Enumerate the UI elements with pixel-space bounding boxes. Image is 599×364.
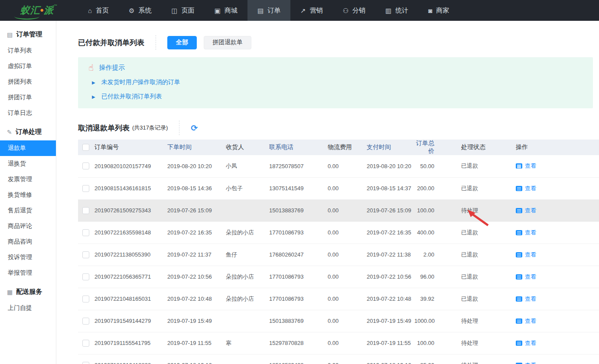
nav-item-营销[interactable]: ↗ 营销 bbox=[290, 0, 333, 21]
cell-consignee bbox=[223, 199, 267, 221]
row-checkbox[interactable] bbox=[82, 296, 89, 302]
cell-total: 200.00 bbox=[412, 177, 439, 199]
row-checkbox[interactable] bbox=[82, 318, 89, 325]
view-link[interactable]: 查看 bbox=[516, 207, 536, 214]
view-link[interactable]: 查看 bbox=[516, 229, 536, 237]
page-header: 已付款并取消单列表 全部拼团退款单 bbox=[78, 36, 599, 49]
row-checkbox-cell bbox=[78, 354, 92, 364]
row-checkbox[interactable] bbox=[82, 273, 89, 280]
sidebar-item-投诉管理[interactable]: 投诉管理 bbox=[0, 250, 56, 265]
sidebar-item-商品评论[interactable]: 商品评论 bbox=[0, 218, 56, 234]
cell-total: 96.00 bbox=[412, 266, 439, 288]
column-header-order_time[interactable]: 下单时间 bbox=[165, 140, 223, 155]
nav-item-首页[interactable]: ⌂ 首页 bbox=[78, 0, 119, 21]
view-link[interactable]: 查看 bbox=[516, 317, 536, 325]
record-count: (共317条记录) bbox=[132, 124, 168, 132]
triangle-bullet-icon: ▶ bbox=[92, 80, 95, 85]
column-header-phone[interactable]: 联系电话 bbox=[267, 140, 325, 155]
sidebar-item-订单日志[interactable]: 订单日志 bbox=[0, 105, 56, 121]
cell-order_time: 2019-07-22 11:37 bbox=[165, 244, 223, 266]
cell-action: 查看 bbox=[504, 199, 599, 221]
cell-consignee: 朵拉的小店 bbox=[223, 266, 267, 288]
view-link[interactable]: 查看 bbox=[516, 295, 536, 303]
cell-total: 39.92 bbox=[412, 288, 439, 310]
cell-status: 已退款 bbox=[439, 221, 504, 244]
detail-list-icon bbox=[516, 252, 522, 257]
cell-action: 查看 bbox=[504, 288, 599, 310]
cell-status: 已退款 bbox=[439, 177, 504, 199]
nav-item-页面[interactable]: ◫ 页面 bbox=[162, 0, 205, 21]
sidebar-item-上门自提[interactable]: 上门自提 bbox=[0, 300, 56, 316]
cell-order_no: 201907221138055390 bbox=[92, 244, 165, 266]
list-header: 取消退款单列表 (共317条记录) ⟳ bbox=[78, 121, 599, 134]
row-checkbox[interactable] bbox=[82, 340, 89, 347]
cell-total: 400.00 bbox=[412, 221, 439, 244]
view-link[interactable]: 查看 bbox=[516, 361, 536, 364]
nav-item-订单[interactable]: ▤ 订单 bbox=[247, 0, 290, 21]
sidebar-item-举报管理[interactable]: 举报管理 bbox=[0, 265, 56, 281]
view-link[interactable]: 查看 bbox=[516, 251, 536, 259]
sidebar-item-订单列表[interactable]: 订单列表 bbox=[0, 43, 56, 58]
row-checkbox[interactable] bbox=[82, 162, 89, 169]
nav-item-系统[interactable]: ⚙ 系统 bbox=[119, 0, 161, 21]
cell-consignee: 朵拉的小店 bbox=[223, 288, 267, 310]
column-header-total[interactable]: 订单总价 bbox=[412, 140, 439, 155]
view-link[interactable]: 查看 bbox=[516, 273, 536, 281]
view-link[interactable]: 查看 bbox=[516, 185, 536, 192]
table-row: 2019072615092753432019-07-26 15:09150138… bbox=[78, 199, 599, 221]
row-checkbox[interactable] bbox=[82, 362, 89, 364]
row-checkbox[interactable] bbox=[82, 229, 89, 236]
cell-action: 查看 bbox=[504, 177, 599, 199]
row-checkbox-cell bbox=[78, 310, 92, 332]
sidebar-item-退款单[interactable]: 退款单 bbox=[0, 140, 56, 156]
sidebar-item-退换货[interactable]: 退换货 bbox=[0, 156, 56, 172]
nav-item-商家[interactable]: ◙ 商家 bbox=[418, 0, 459, 21]
cell-consignee: 小包子 bbox=[223, 177, 267, 199]
dashed-divider bbox=[179, 120, 179, 135]
column-header-pay_time[interactable]: 支付时间 bbox=[364, 140, 412, 155]
nav-item-统计[interactable]: ▥ 统计 bbox=[375, 0, 418, 21]
cell-pay_time: 2019-07-19 11:55 bbox=[364, 332, 412, 354]
tab-全部[interactable]: 全部 bbox=[167, 36, 197, 49]
refresh-icon[interactable]: ⟳ bbox=[191, 124, 198, 132]
cell-pay_time: 2019-07-22 10:48 bbox=[364, 288, 412, 310]
cell-pay_time: 2019-07-18 19:16 bbox=[364, 354, 412, 364]
tips-list: ▶ 未发货时用户操作取消的订单 ▶ 已付款并取消订单列表 bbox=[88, 78, 583, 101]
cell-order_no: 201907181916413833 bbox=[92, 354, 165, 364]
nav-item-分销[interactable]: ⚇ 分销 bbox=[333, 0, 375, 21]
cell-consignee: 朵拉的小店 bbox=[223, 221, 267, 244]
sidebar-item-虚拟订单[interactable]: 虚拟订单 bbox=[0, 58, 56, 74]
tab-拼团退款单[interactable]: 拼团退款单 bbox=[204, 36, 251, 49]
cell-consignee: 鱼仔 bbox=[223, 244, 267, 266]
cell-phone: 17680260247 bbox=[267, 244, 325, 266]
row-checkbox-cell bbox=[78, 332, 92, 354]
sidebar-item-拼团订单[interactable]: 拼团订单 bbox=[0, 90, 56, 105]
cell-order_no: 201907221048165031 bbox=[92, 288, 165, 310]
view-link[interactable]: 查看 bbox=[516, 162, 536, 170]
sidebar-item-商品咨询[interactable]: 商品咨询 bbox=[0, 234, 56, 250]
dashed-divider bbox=[156, 35, 156, 50]
row-checkbox[interactable] bbox=[82, 251, 89, 258]
tip-link[interactable]: ▶ 未发货时用户操作取消的订单 bbox=[88, 78, 583, 86]
cell-status: 待处理 bbox=[439, 354, 504, 364]
row-checkbox-cell bbox=[78, 221, 92, 244]
sidebar-item-拼团列表[interactable]: 拼团列表 bbox=[0, 74, 56, 90]
row-checkbox[interactable] bbox=[82, 185, 89, 192]
brand-logo[interactable]: 蚁汇•派™ bbox=[0, 0, 78, 21]
sidebar-item-售后退货[interactable]: 售后退货 bbox=[0, 203, 56, 218]
sidebar-item-发票管理[interactable]: 发票管理 bbox=[0, 172, 56, 187]
view-link[interactable]: 查看 bbox=[516, 339, 536, 347]
sidebar-item-换货维修[interactable]: 换货维修 bbox=[0, 187, 56, 203]
tip-link[interactable]: ▶ 已付款并取消订单列表 bbox=[88, 93, 583, 101]
top-nav-menu: ⌂ 首页 ⚙ 系统 ◫ 页面 ▣ 商城 ▤ 订单 ↗ 营销 ⚇ 分销 ▥ 统计 … bbox=[78, 0, 459, 21]
nav-item-商城[interactable]: ▣ 商城 bbox=[205, 0, 247, 21]
table-row: 2019071819164138332019-07-18 19:16185165… bbox=[78, 354, 599, 364]
cell-action: 查看 bbox=[504, 266, 599, 288]
select-all-checkbox[interactable] bbox=[82, 144, 89, 151]
cell-total: 100.00 bbox=[412, 332, 439, 354]
cell-action: 查看 bbox=[504, 332, 599, 354]
cell-total: 35.00 bbox=[412, 354, 439, 364]
cell-order_time: 2019-07-22 10:56 bbox=[165, 266, 223, 288]
row-checkbox[interactable] bbox=[82, 207, 89, 214]
table-row: 2019072211380553902019-07-22 11:37鱼仔1768… bbox=[78, 244, 599, 266]
